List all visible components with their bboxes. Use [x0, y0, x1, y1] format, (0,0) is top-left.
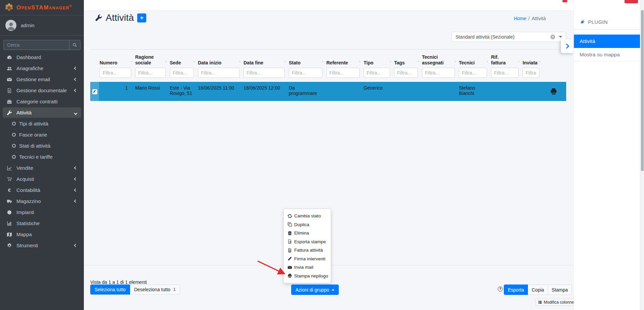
- sidebar-item-vendite[interactable]: Vendite: [3, 163, 81, 173]
- help-icon[interactable]: ?: [498, 287, 503, 292]
- filter-input-rif-fattura[interactable]: [491, 68, 519, 78]
- print-button[interactable]: Stampa: [548, 285, 572, 295]
- notification-badge[interactable]: [625, 0, 638, 3]
- menu-item-elimina[interactable]: Elimina: [284, 229, 331, 238]
- copy-button[interactable]: Copia: [528, 285, 548, 295]
- clear-icon[interactable]: ✕: [550, 35, 555, 39]
- edit-columns-button[interactable]: Modifica colonne: [535, 299, 577, 306]
- sort-icon[interactable]: ▲: [417, 58, 420, 64]
- sidebar-item-acquisti[interactable]: Acquisti: [3, 174, 81, 184]
- column-header-numero[interactable]: Numero▲: [99, 50, 135, 67]
- export-button[interactable]: Esporta: [504, 285, 528, 295]
- add-record-button[interactable]: +: [137, 13, 146, 22]
- map-icon: [5, 232, 13, 237]
- plugin-item-mostra-su-mappa[interactable]: Mostra su mappa: [574, 48, 640, 61]
- chevron-left-icon: [74, 67, 77, 70]
- filter-input-tags[interactable]: [394, 68, 418, 78]
- sidebar-item-contabilita[interactable]: € Contabilità: [3, 185, 81, 195]
- sidebar-item-attivita[interactable]: Attività: [3, 107, 81, 118]
- cell-ragione-sociale: Mario Rossi: [135, 82, 169, 101]
- sidebar-item-gestione-email[interactable]: Gestione email: [3, 74, 81, 85]
- sort-icon[interactable]: ▲: [321, 58, 324, 64]
- chevron-left-icon: [74, 189, 77, 192]
- column-header-rif-fattura[interactable]: Rif. fattura▲: [490, 50, 522, 67]
- print-template-select[interactable]: Standard attività (Sezionale) ✕: [451, 32, 566, 42]
- menu-item-invia-mail[interactable]: Invia mail: [284, 263, 331, 272]
- column-header-referente[interactable]: Referente▲: [326, 50, 363, 67]
- filter-input-ragione-sociale[interactable]: [135, 68, 166, 78]
- breadcrumb-home-link[interactable]: Home: [514, 16, 526, 21]
- sort-icon[interactable]: ▲: [284, 58, 286, 64]
- sidebar-item-magazzino[interactable]: Magazzino: [3, 196, 81, 206]
- filter-input-data-inizio[interactable]: [198, 68, 239, 78]
- sort-icon[interactable]: ▲: [538, 58, 541, 64]
- menu-item-cambia-stato[interactable]: Cambia stato: [284, 212, 331, 220]
- filter-input-tecnici[interactable]: [459, 68, 487, 78]
- column-header-tipo[interactable]: Tipo▲: [363, 50, 393, 67]
- group-actions-button[interactable]: Azioni di gruppo: [291, 285, 339, 295]
- sidebar-item-gestione-documentale[interactable]: Gestione documentale: [3, 85, 81, 96]
- filter-input-numero[interactable]: [100, 68, 131, 78]
- filter-input-inviata[interactable]: [523, 68, 539, 78]
- menu-item-stampa-riepilogo[interactable]: Stampa riepilogo: [284, 272, 331, 280]
- filter-input-tipo[interactable]: [364, 68, 390, 78]
- column-header-ragione-sociale[interactable]: Ragione sociale▲: [135, 50, 169, 67]
- scrollbar-thumb[interactable]: [641, 10, 644, 171]
- sidebar-item-categorie-contratti[interactable]: Categorie contratti: [3, 96, 81, 107]
- plugin-item-attivita[interactable]: Attività: [574, 35, 640, 48]
- sidebar-item-dashboard[interactable]: Dashboard: [3, 52, 81, 62]
- sidebar-item-impianti[interactable]: Impianti: [3, 207, 81, 217]
- column-header-data-fine[interactable]: Data fine▲: [243, 50, 288, 67]
- sort-icon[interactable]: ▲: [238, 58, 241, 64]
- sidebar-item-strumenti[interactable]: Strumenti: [3, 240, 81, 251]
- filter-input-data-fine[interactable]: [244, 68, 285, 78]
- column-header-tecnici-assegnati[interactable]: Tecnici assegnati▲: [421, 50, 458, 67]
- sidebar-item-statistiche[interactable]: Statistiche: [3, 218, 81, 228]
- user-panel[interactable]: admin: [0, 15, 84, 36]
- row-checkbox-cell[interactable]: [90, 82, 99, 101]
- menu-item-esporta-stampe[interactable]: Esporta stampe: [284, 238, 331, 246]
- sidebar-item-fasce-orarie[interactable]: Fasce orarie: [3, 130, 81, 140]
- select-all-button[interactable]: Seleziona tutto: [90, 285, 130, 295]
- column-header-tecnici[interactable]: Tecnici▲: [458, 50, 490, 67]
- notification-badge-small[interactable]: [562, 0, 567, 2]
- brand[interactable]: OSM OpenSTAManager®: [0, 0, 84, 15]
- filter-input-stato[interactable]: [289, 68, 322, 78]
- column-header-inviata[interactable]: Inviata▲: [522, 50, 543, 67]
- filter-input-sede[interactable]: [170, 68, 194, 78]
- column-header-tags[interactable]: Tags▲: [393, 50, 421, 67]
- euro-icon: €: [5, 188, 13, 193]
- chevron-left-icon: [74, 166, 77, 170]
- search-input[interactable]: [3, 40, 69, 50]
- sort-icon[interactable]: ▲: [359, 58, 361, 64]
- page-scrollbar[interactable]: [640, 0, 644, 310]
- cell-numero: 1: [99, 82, 135, 101]
- deselect-all-button[interactable]: Deseleziona tutto 1: [130, 285, 180, 295]
- sort-icon[interactable]: ▲: [165, 58, 167, 64]
- sidebar-item-stati-di-attivita[interactable]: Stati di attività: [3, 141, 81, 151]
- sort-icon[interactable]: ▲: [454, 58, 457, 64]
- sort-icon[interactable]: ▲: [389, 58, 392, 64]
- printer-icon[interactable]: [550, 91, 557, 96]
- sort-icon[interactable]: ▲: [518, 58, 520, 64]
- column-header-stato[interactable]: Stato▲: [288, 50, 326, 67]
- sidebar-item-tecnici-e-tariffe[interactable]: Tecnici e tariffe: [3, 152, 81, 162]
- sort-icon[interactable]: ▲: [130, 58, 133, 64]
- column-header-data-inizio[interactable]: Data inizio▲: [197, 50, 243, 67]
- sidebar-item-mappa[interactable]: Mappa: [3, 229, 81, 240]
- menu-item-duplica[interactable]: Duplica: [284, 220, 331, 229]
- sort-icon[interactable]: ▲: [486, 58, 489, 64]
- filter-input-tecnici-assegnati[interactable]: [422, 68, 455, 78]
- collapse-plugin-panel-button[interactable]: [561, 39, 574, 53]
- column-header-sede[interactable]: Sede▲: [169, 50, 197, 67]
- menu-item-firma-interventi[interactable]: Firma interventi: [284, 255, 331, 263]
- table-row-selected[interactable]: 1 Mario Rossi Este - Via Rovigo, 51 18/0…: [90, 82, 566, 101]
- search-button[interactable]: [69, 40, 80, 50]
- filter-input-referente[interactable]: [326, 68, 360, 78]
- checkbox-checked-icon[interactable]: [92, 89, 97, 94]
- menu-item-fattura-attivita[interactable]: Fattura attività: [284, 246, 331, 255]
- sync-icon: [287, 214, 292, 218]
- sort-icon[interactable]: ▲: [193, 58, 196, 64]
- sidebar-item-anagrafiche[interactable]: Anagrafiche: [3, 63, 81, 73]
- sidebar-item-tipi-di-attivita[interactable]: Tipi di attività: [3, 118, 81, 129]
